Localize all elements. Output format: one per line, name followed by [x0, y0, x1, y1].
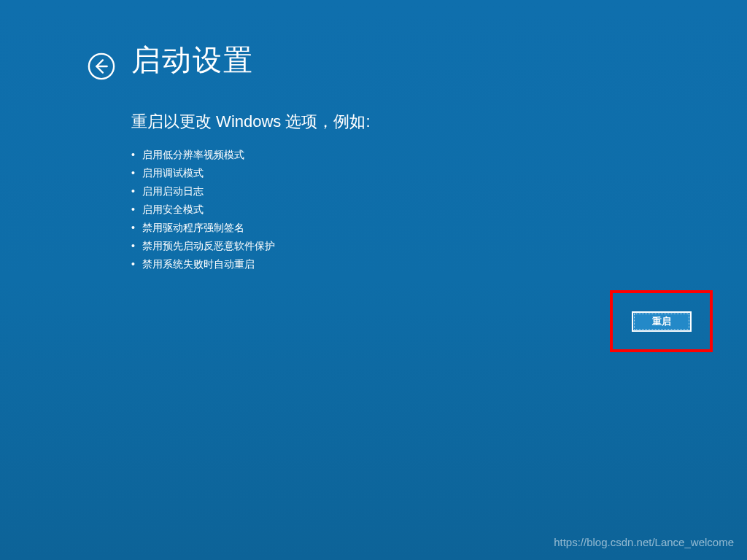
back-button[interactable] — [88, 52, 115, 80]
restart-button[interactable]: 重启 — [632, 311, 692, 332]
watermark: https://blog.csdn.net/Lance_welcome — [554, 536, 734, 548]
list-item: 启用安全模式 — [142, 201, 275, 219]
list-item: 禁用驱动程序强制签名 — [142, 219, 275, 237]
restart-highlight-box: 重启 — [610, 290, 713, 352]
list-item: 禁用系统失败时自动重启 — [142, 255, 275, 273]
back-arrow-icon — [88, 70, 115, 82]
list-item: 启用调试模式 — [142, 164, 275, 182]
list-item: 禁用预先启动反恶意软件保护 — [142, 237, 275, 255]
startup-options-list: 启用低分辨率视频模式 启用调试模式 启用启动日志 启用安全模式 禁用驱动程序强制… — [142, 146, 275, 273]
list-item: 启用低分辨率视频模式 — [142, 146, 275, 164]
page-title: 启动设置 — [131, 40, 254, 80]
list-item: 启用启动日志 — [142, 182, 275, 201]
subtitle: 重启以更改 Windows 选项，例如: — [131, 111, 371, 133]
